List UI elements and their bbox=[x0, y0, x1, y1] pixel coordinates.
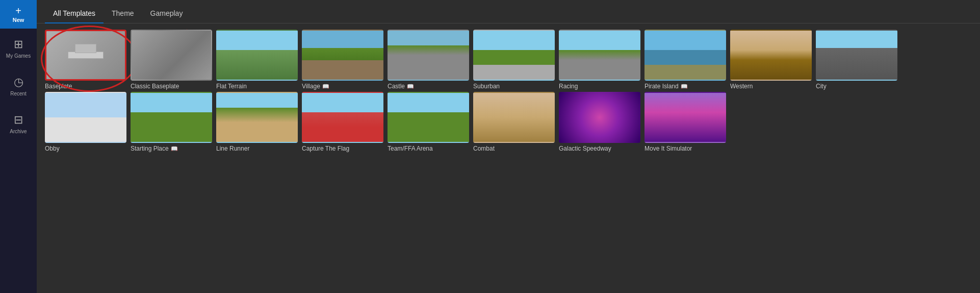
obby-label: Obby bbox=[45, 145, 60, 152]
starting-place-thumb bbox=[131, 92, 212, 143]
suburban-thumb bbox=[473, 30, 555, 81]
tab-gameplay[interactable]: Gameplay bbox=[142, 4, 191, 23]
city-label: City bbox=[816, 83, 827, 90]
my-games-icon: ⊞ bbox=[14, 38, 23, 51]
village-label: Village 📖 bbox=[302, 83, 329, 90]
capture-the-flag-thumb bbox=[302, 92, 383, 143]
template-item-combat[interactable]: Combat bbox=[473, 92, 555, 152]
archive-icon: ⊟ bbox=[14, 113, 23, 127]
sidebar-item-archive[interactable]: ⊟ Archive bbox=[0, 105, 37, 142]
template-item-pirate-island[interactable]: Pirate Island 📖 bbox=[644, 30, 726, 90]
recent-icon: ◷ bbox=[14, 76, 23, 89]
sidebar-item-label: Archive bbox=[10, 129, 27, 134]
template-item-suburban[interactable]: Suburban bbox=[473, 30, 555, 90]
sidebar-item-label: My Games bbox=[6, 53, 31, 59]
template-item-starting-place[interactable]: Starting Place 📖 bbox=[131, 92, 212, 152]
obby-thumb bbox=[45, 92, 126, 143]
line-runner-label: Line Runner bbox=[216, 145, 249, 152]
starting-place-label: Starting Place 📖 bbox=[131, 145, 178, 152]
city-thumb bbox=[816, 30, 897, 81]
template-item-obby[interactable]: Obby bbox=[45, 92, 126, 152]
template-item-team-ffa-arena[interactable]: Team/FFA Arena bbox=[388, 92, 469, 152]
sidebar-item-my-games[interactable]: ⊞ My Games bbox=[0, 30, 37, 66]
pirate-island-label: Pirate Island 📖 bbox=[644, 83, 688, 90]
western-thumb bbox=[730, 30, 812, 81]
move-it-simulator-label: Move It Simulator bbox=[644, 145, 692, 152]
pirate-island-thumb bbox=[644, 30, 726, 81]
galactic-speedway-thumb bbox=[559, 92, 640, 143]
flat-terrain-thumb bbox=[216, 30, 298, 81]
starting-book-icon: 📖 bbox=[171, 145, 178, 152]
new-label: New bbox=[13, 17, 24, 23]
template-row-1: Baseplate Classic Baseplate bbox=[45, 30, 972, 90]
baseplate-label: Baseplate bbox=[45, 83, 72, 90]
template-item-racing[interactable]: Racing bbox=[559, 30, 640, 90]
pirate-book-icon: 📖 bbox=[681, 83, 688, 90]
team-ffa-arena-label: Team/FFA Arena bbox=[388, 145, 433, 152]
village-book-icon: 📖 bbox=[322, 83, 329, 90]
template-item-classic-baseplate[interactable]: Classic Baseplate bbox=[131, 30, 212, 90]
new-button[interactable]: + New bbox=[0, 0, 37, 29]
main-content: All Templates Theme Gameplay Baseplate bbox=[37, 0, 980, 293]
tab-all-templates[interactable]: All Templates bbox=[45, 4, 104, 23]
plus-icon: + bbox=[15, 6, 21, 16]
sidebar-item-recent[interactable]: ◷ Recent bbox=[0, 67, 37, 104]
sidebar: + New ⊞ My Games ◷ Recent ⊟ Archive bbox=[0, 0, 37, 293]
tab-theme[interactable]: Theme bbox=[104, 4, 142, 23]
sidebar-item-label: Recent bbox=[10, 91, 27, 96]
castle-label: Castle 📖 bbox=[388, 83, 414, 90]
classic-baseplate-label: Classic Baseplate bbox=[131, 83, 179, 90]
template-item-flat-terrain[interactable]: Flat Terrain bbox=[216, 30, 298, 90]
tabs-bar: All Templates Theme Gameplay bbox=[37, 0, 980, 23]
move-it-simulator-thumb bbox=[644, 92, 726, 143]
template-item-baseplate[interactable]: Baseplate bbox=[45, 30, 126, 90]
template-item-capture-the-flag[interactable]: Capture The Flag bbox=[302, 92, 383, 152]
galactic-speedway-label: Galactic Speedway bbox=[559, 145, 611, 152]
combat-label: Combat bbox=[473, 145, 495, 152]
castle-thumb bbox=[388, 30, 469, 81]
template-item-line-runner[interactable]: Line Runner bbox=[216, 92, 298, 152]
flat-terrain-label: Flat Terrain bbox=[216, 83, 247, 90]
template-item-village[interactable]: Village 📖 bbox=[302, 30, 383, 90]
baseplate-thumb bbox=[45, 30, 126, 81]
combat-thumb bbox=[473, 92, 555, 143]
village-thumb bbox=[302, 30, 383, 81]
template-item-move-it-simulator[interactable]: Move It Simulator bbox=[644, 92, 726, 152]
classic-baseplate-thumb bbox=[131, 30, 212, 81]
racing-thumb bbox=[559, 30, 640, 81]
line-runner-thumb bbox=[216, 92, 298, 143]
racing-label: Racing bbox=[559, 83, 578, 90]
template-item-western[interactable]: Western bbox=[730, 30, 812, 90]
castle-book-icon: 📖 bbox=[407, 83, 414, 90]
template-grid: Baseplate Classic Baseplate bbox=[37, 23, 980, 293]
template-item-castle[interactable]: Castle 📖 bbox=[388, 30, 469, 90]
template-item-galactic-speedway[interactable]: Galactic Speedway bbox=[559, 92, 640, 152]
capture-the-flag-label: Capture The Flag bbox=[302, 145, 349, 152]
baseplate-wrapper: Baseplate bbox=[45, 30, 126, 90]
template-row-2: Obby Starting Place 📖 Line Runner bbox=[45, 92, 972, 152]
baseplate-platform-icon bbox=[68, 52, 104, 59]
western-label: Western bbox=[730, 83, 753, 90]
team-ffa-arena-thumb bbox=[388, 92, 469, 143]
suburban-label: Suburban bbox=[473, 83, 500, 90]
template-item-city[interactable]: City bbox=[816, 30, 897, 90]
